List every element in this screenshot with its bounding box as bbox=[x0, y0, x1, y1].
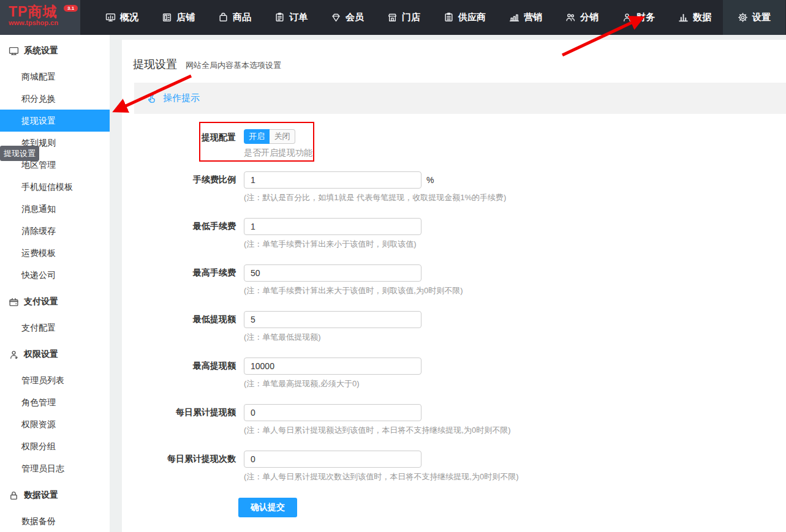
brand-domain: www.tpshop.cn bbox=[9, 19, 80, 27]
nav-marketing[interactable]: 营销 bbox=[497, 0, 554, 35]
nav-orders[interactable]: 订单 bbox=[263, 0, 319, 35]
max-withdraw-input[interactable] bbox=[244, 358, 421, 375]
sidebar-tooltip: 提现设置 bbox=[0, 146, 39, 161]
field-row-withdraw-config: 提现配置 开启 关闭 是否开启提现功能 bbox=[122, 129, 786, 159]
nav-finance[interactable]: 财务 bbox=[610, 0, 667, 35]
nav-label: 概况 bbox=[120, 12, 138, 23]
top-navigation: 概况 店铺 商品 订单 会员 门店 供应商 营销 bbox=[94, 0, 785, 35]
field-note: (注：单笔手续费计算出来大于该值时，则取该值,为0时则不限) bbox=[244, 285, 463, 297]
nav-label: 商品 bbox=[233, 12, 251, 23]
sidebar-item-role-management[interactable]: 角色管理 bbox=[0, 391, 110, 413]
orders-icon bbox=[274, 12, 285, 23]
user-icon bbox=[9, 350, 19, 360]
nav-distribution[interactable]: 分销 bbox=[554, 0, 610, 35]
confirm-submit-button[interactable]: 确认提交 bbox=[238, 498, 297, 517]
sidebar-section-data-settings[interactable]: 数据设置 bbox=[0, 484, 110, 506]
min-withdraw-input[interactable] bbox=[244, 311, 421, 328]
main-area: 提现设置 网站全局内容基本选项设置 操作提示 提现配置 开启 关闭 是否开启提现… bbox=[110, 35, 786, 532]
sidebar-item-express-company[interactable]: 快递公司 bbox=[0, 264, 110, 286]
field-row-daily-times: 每日累计提现次数 (注：单人每日累计提现次数达到该值时，本日将不支持继续提现,为… bbox=[122, 451, 786, 483]
field-note: (注：单笔最高提现额,必须大于0) bbox=[244, 378, 421, 390]
nav-settings[interactable]: 设置 bbox=[723, 0, 785, 35]
field-row-max-withdraw: 最高提现额 (注：单笔最高提现额,必须大于0) bbox=[122, 358, 786, 390]
nav-stores[interactable]: 门店 bbox=[376, 0, 432, 35]
field-label: 每日累计提现额 bbox=[122, 404, 236, 418]
page-title: 提现设置 bbox=[133, 57, 177, 72]
field-row-min-withdraw: 最低提现额 (注：单笔最低提现额) bbox=[122, 311, 786, 343]
nav-label: 门店 bbox=[402, 12, 420, 23]
tap-hand-icon bbox=[145, 92, 157, 105]
field-label: 最低手续费 bbox=[122, 218, 236, 232]
field-hint: 是否开启提现功能 bbox=[244, 148, 312, 159]
toggle-on-button[interactable]: 开启 bbox=[244, 129, 270, 144]
nav-label: 设置 bbox=[752, 12, 771, 23]
sidebar-item-message-notice[interactable]: 消息通知 bbox=[0, 198, 110, 220]
sidebar-item-withdraw-settings[interactable]: 提现设置 bbox=[0, 110, 110, 132]
data-icon bbox=[678, 12, 689, 23]
sidebar-item-admin-log[interactable]: 管理员日志 bbox=[0, 457, 110, 479]
min-fee-input[interactable] bbox=[244, 218, 421, 235]
fee-percent-input[interactable] bbox=[244, 171, 421, 189]
sidebar-section-payment-settings[interactable]: 支付设置 bbox=[0, 291, 110, 313]
nav-overview[interactable]: 概况 bbox=[94, 0, 150, 35]
content-card: 提现设置 网站全局内容基本选项设置 操作提示 提现配置 开启 关闭 是否开启提现… bbox=[122, 40, 786, 532]
field-row-max-fee: 最高手续费 (注：单笔手续费计算出来大于该值时，则取该值,为0时则不限) bbox=[122, 264, 786, 297]
field-label: 手续费比例 bbox=[122, 171, 236, 185]
sidebar-item-mall-config[interactable]: 商城配置 bbox=[0, 66, 110, 88]
withdraw-settings-form: 提现配置 开启 关闭 是否开启提现功能 手续费比例 % (注 bbox=[122, 129, 786, 517]
topbar: TP商城 3.1 www.tpshop.cn 概况 店铺 商品 订单 会员 门店 bbox=[0, 0, 786, 35]
distribution-icon bbox=[565, 12, 576, 23]
daily-times-input[interactable] bbox=[244, 451, 421, 468]
nav-data[interactable]: 数据 bbox=[667, 0, 723, 35]
nav-label: 分销 bbox=[580, 12, 599, 23]
nav-label: 订单 bbox=[289, 12, 308, 23]
suppliers-icon bbox=[444, 12, 454, 23]
nav-shop[interactable]: 店铺 bbox=[150, 0, 206, 35]
field-note: (注：单笔手续费计算出来小于该值时，则取该值) bbox=[244, 238, 421, 250]
section-label: 系统设置 bbox=[24, 45, 58, 56]
field-note: (注：默认是百分比，如填1就是 代表每笔提现，收取提现金额1%的手续费) bbox=[244, 192, 506, 204]
nav-goods[interactable]: 商品 bbox=[206, 0, 263, 35]
field-note: (注：单人每日累计提现次数达到该值时，本日将不支持继续提现,为0时则不限) bbox=[244, 471, 519, 483]
field-label: 提现配置 bbox=[122, 129, 236, 143]
field-note: (注：单笔最低提现额) bbox=[244, 331, 421, 343]
sidebar-item-points-exchange[interactable]: 积分兑换 bbox=[0, 88, 110, 110]
field-row-daily-amount: 每日累计提现额 (注：单人每日累计提现额达到该值时，本日将不支持继续提现,为0时… bbox=[122, 404, 786, 436]
sidebar-item-admin-list[interactable]: 管理员列表 bbox=[0, 369, 110, 391]
sidebar-item-data-backup[interactable]: 数据备份 bbox=[0, 510, 110, 532]
operation-tip-bar: 操作提示 bbox=[134, 83, 786, 114]
brand-logo[interactable]: TP商城 3.1 www.tpshop.cn bbox=[0, 0, 80, 35]
lock-icon bbox=[9, 490, 19, 501]
nav-suppliers[interactable]: 供应商 bbox=[432, 0, 497, 35]
max-fee-input[interactable] bbox=[244, 264, 421, 282]
nav-label: 店铺 bbox=[176, 12, 195, 23]
sidebar-section-permission-settings[interactable]: 权限设置 bbox=[0, 343, 110, 365]
marketing-icon bbox=[509, 12, 520, 23]
sidebar-item-clear-cache[interactable]: 清除缓存 bbox=[0, 220, 110, 242]
nav-members[interactable]: 会员 bbox=[319, 0, 376, 35]
field-label: 最高提现额 bbox=[122, 358, 236, 372]
finance-icon bbox=[622, 12, 632, 23]
shop-icon bbox=[162, 12, 172, 23]
section-label: 数据设置 bbox=[24, 490, 58, 501]
field-label: 最高手续费 bbox=[122, 264, 236, 279]
gear-icon bbox=[738, 12, 748, 23]
nav-label: 会员 bbox=[346, 12, 364, 23]
sidebar-item-permission-resource[interactable]: 权限资源 bbox=[0, 413, 110, 435]
section-label: 支付设置 bbox=[24, 296, 58, 307]
sidebar-item-freight-template[interactable]: 运费模板 bbox=[0, 242, 110, 264]
field-row-fee-percent: 手续费比例 % (注：默认是百分比，如填1就是 代表每笔提现，收取提现金额1%的… bbox=[122, 171, 786, 204]
section-label: 权限设置 bbox=[24, 349, 58, 360]
sidebar-section-system-settings[interactable]: 系统设置 bbox=[0, 40, 110, 62]
withdraw-enable-toggle: 开启 关闭 bbox=[244, 129, 312, 144]
toggle-off-button[interactable]: 关闭 bbox=[270, 129, 295, 144]
sidebar-item-payment-config[interactable]: 支付配置 bbox=[0, 317, 110, 339]
sidebar-item-sms-template[interactable]: 手机短信模板 bbox=[0, 176, 110, 198]
sidebar: 系统设置 商城配置 积分兑换 提现设置 签到规则 地区管理 手机短信模板 消息通… bbox=[0, 35, 110, 532]
page-header: 提现设置 网站全局内容基本选项设置 bbox=[122, 40, 786, 72]
sidebar-item-permission-group[interactable]: 权限分组 bbox=[0, 435, 110, 457]
daily-amount-input[interactable] bbox=[244, 404, 421, 421]
goods-icon bbox=[218, 12, 229, 23]
members-icon bbox=[331, 12, 341, 23]
operation-tip-label[interactable]: 操作提示 bbox=[163, 92, 200, 104]
